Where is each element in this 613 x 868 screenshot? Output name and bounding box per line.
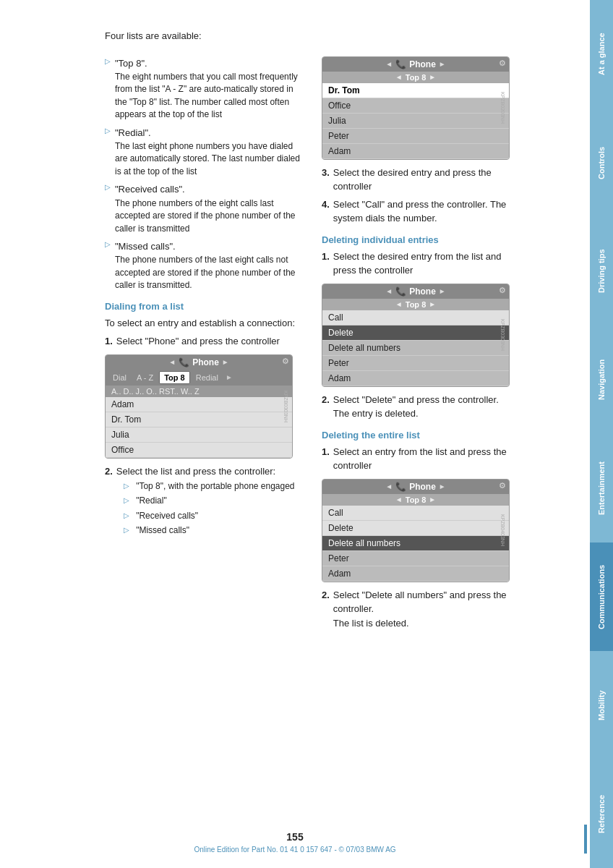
sidebar-tab-navigation[interactable]: Navigation: [590, 326, 613, 434]
sidebar-tab-driving-tips[interactable]: Driving tips: [590, 217, 613, 326]
phone-alpha-row-1: A.. D.. J.. O.. RST.. W.. Z: [106, 386, 292, 397]
screenshot-label-2: KPZB0203NH: [501, 92, 506, 124]
step3: 3. Select the desired entry and press th…: [322, 166, 524, 194]
section3-heading: Deleting the entire list: [322, 430, 524, 441]
s2-step-text-2: Select "Delete" and press the controller…: [333, 393, 499, 421]
phone-ui-2: ◄ 📞 Phone ► ⚙ ◄ Top 8 ► Dr. Tom Office: [322, 56, 510, 160]
sub-bullet-redial: ▷ "Redial": [124, 495, 295, 507]
phone-row-peter-2: Peter: [322, 129, 509, 144]
phone-row-drtom: Dr. Tom: [106, 412, 292, 427]
sub-label-1: "Top 8", with the portable phone engaged: [134, 480, 295, 493]
sub-bullet-top8: ▷ "Top 8", with the portable phone engag…: [124, 480, 295, 493]
bullet-desc-3: The phone numbers of the eight calls las…: [115, 197, 307, 235]
phone-body-2: Dr. Tom Office Julia Peter Adam: [322, 83, 509, 159]
phone-ui-3-header: ◄ 📞 Phone ► ⚙: [322, 284, 509, 299]
phone-left-arrow-3: ◄: [385, 287, 393, 295]
phone-row-delete-3: Delete: [322, 326, 509, 341]
phone-row-adam: Adam: [106, 397, 292, 412]
bullet-desc-1: The eight numbers that you call most fre…: [115, 71, 307, 122]
section2-step1: 1. Select the desired entry from the lis…: [322, 250, 524, 278]
phone-row-peter-4: Peter: [322, 551, 509, 566]
sub-bullet-missed: ▷ "Missed calls": [124, 524, 295, 537]
sidebar-tab-communications[interactable]: Communications: [590, 542, 613, 651]
sub-arrow-4: ▷: [124, 525, 129, 536]
main-content: Four lists are available: ▷ "Top 8". The…: [0, 0, 590, 868]
phone-row-julia-2: Julia: [322, 114, 509, 129]
bullet-redial: ▷ "Redial". The last eight phone numbers…: [105, 126, 307, 179]
sidebar-tab-reference[interactable]: Reference: [590, 760, 613, 868]
phone-sub-title-2: Top 8: [406, 73, 426, 82]
sub-bullet-received: ▷ "Received calls": [124, 510, 295, 522]
bullet-arrow-1: ▷: [105, 57, 111, 65]
section1-step2: 2. Select the list and press the control…: [105, 464, 307, 540]
step4: 4. Select "Call" and press the controlle…: [322, 197, 524, 226]
sidebar-tab-at-glance[interactable]: At a glance: [590, 0, 613, 109]
phone-sub-right-4: ►: [429, 495, 436, 503]
phone-settings-icon-4: ⚙: [499, 481, 506, 490]
phone-title-1: Phone: [192, 357, 219, 367]
phone-row-call-4: Call: [322, 506, 509, 521]
phone-left-arrow-2: ◄: [385, 60, 393, 68]
bullet-arrow-4: ▷: [105, 240, 111, 248]
sidebar-tab-controls[interactable]: Controls: [590, 109, 613, 217]
right-column: ◄ 📞 Phone ► ⚙ ◄ Top 8 ► Dr. Tom Office: [322, 56, 524, 634]
phone-title-2: Phone: [409, 59, 436, 69]
phone-sub-left-2: ◄: [395, 73, 403, 81]
phone-row-julia: Julia: [106, 427, 292, 443]
phone-row-drtom-2: Dr. Tom: [322, 83, 509, 98]
phone-row-deleteall-3: Delete all numbers: [322, 341, 509, 356]
step-text-3: Select the desired entry and press the c…: [333, 166, 524, 194]
s2-step-text-1: Select the desired entry from the list a…: [333, 250, 524, 278]
sub-arrow-3: ▷: [124, 511, 129, 522]
phone-row-adam-2: Adam: [322, 144, 509, 159]
phone-right-arrow-3: ►: [439, 287, 446, 295]
phone-row-delete-4: Delete: [322, 521, 509, 536]
phone-row-deleteall-4: Delete all numbers: [322, 536, 509, 551]
section1-intro: To select an entry and establish a conne…: [105, 316, 307, 331]
screenshot-label-3: KPZB0303NH: [501, 319, 506, 351]
bullet-label-2: "Redial".: [115, 126, 307, 140]
tab-top8[interactable]: Top 8: [159, 371, 190, 384]
phone-sub-title-3: Top 8: [406, 300, 426, 309]
tab-dial[interactable]: Dial: [108, 372, 131, 383]
s2-step-num-2: 2.: [322, 393, 330, 407]
phone-ui-2-header: ◄ 📞 Phone ► ⚙: [322, 57, 509, 72]
step-num-4: 4.: [322, 197, 330, 212]
step-num-3: 3.: [322, 166, 330, 180]
tab-az[interactable]: A - Z: [132, 372, 158, 383]
sidebar-tab-entertainment[interactable]: Entertainment: [590, 434, 613, 542]
section1-step1: 1. Select "Phone" and press the controll…: [105, 334, 307, 349]
phone-settings-icon-2: ⚙: [499, 59, 506, 68]
phone-right-arrow-1: ►: [222, 358, 229, 366]
intro-text: Four lists are available:: [105, 29, 568, 43]
bullet-arrow-2: ▷: [105, 127, 111, 135]
bullet-label-3: "Received calls".: [115, 182, 307, 197]
screenshot-label-4: KPZB0403NH: [501, 514, 506, 546]
step-text-1: Select "Phone" and press the controller: [116, 334, 280, 349]
sidebar: At a glance Controls Driving tips Naviga…: [590, 0, 613, 868]
phone-sub-left-3: ◄: [395, 300, 403, 308]
section2-step2: 2. Select "Delete" and press the control…: [322, 393, 524, 421]
bullet-top8: ▷ "Top 8". The eight numbers that you ca…: [105, 56, 307, 122]
phone-right-arrow-4: ►: [439, 482, 446, 490]
phone-settings-icon-3: ⚙: [499, 286, 506, 295]
footer-text: Online Edition for Part No. 01 41 0 157 …: [194, 846, 395, 854]
phone-right-arrow-2: ►: [439, 60, 446, 68]
sub-label-4: "Missed calls": [134, 524, 189, 537]
phone-ui-1-header: ◄ 📞 Phone ► ⚙: [106, 355, 292, 370]
phone-row-adam-4: Adam: [322, 566, 509, 582]
phone-sub-header-2: ◄ Top 8 ►: [322, 72, 509, 83]
page-number: 155: [286, 831, 303, 843]
s3-step-num-1: 1.: [322, 445, 330, 459]
tab-redial[interactable]: Redial: [192, 372, 223, 383]
step-num-1: 1.: [105, 334, 113, 349]
s2-step-num-1: 1.: [322, 250, 330, 264]
bullet-desc-2: The last eight phone numbers you have di…: [115, 140, 307, 178]
phone-ui-1: ◄ 📞 Phone ► ⚙ Dial A - Z Top 8 Redial ► …: [105, 354, 293, 459]
sidebar-tab-mobility[interactable]: Mobility: [590, 651, 613, 760]
sub-arrow-1: ▷: [124, 481, 129, 492]
phone-row-office-2: Office: [322, 98, 509, 114]
phone-row-office: Office: [106, 443, 292, 458]
phone-settings-icon-1: ⚙: [282, 357, 289, 366]
phone-icon-3: 📞: [395, 286, 406, 297]
